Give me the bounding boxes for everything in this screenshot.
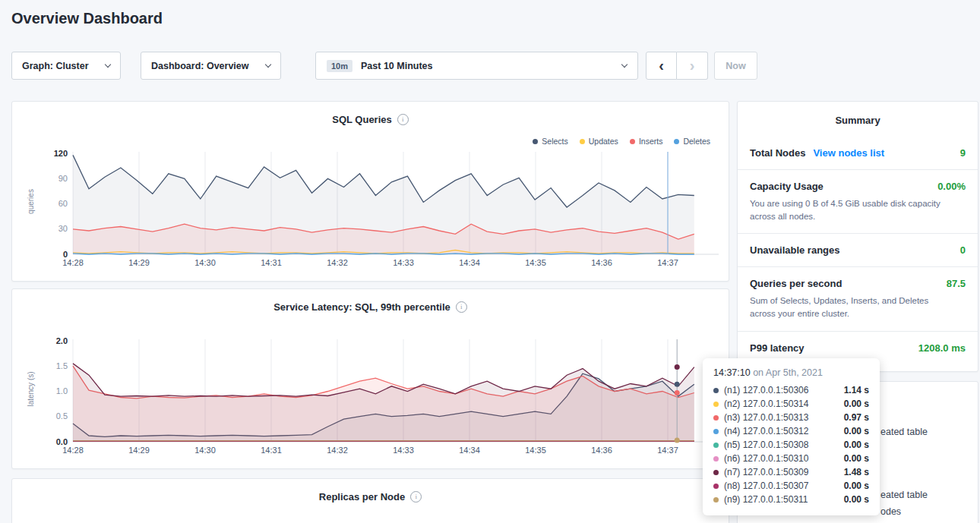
event-text-fragment: eated table: [880, 427, 928, 437]
time-range-label: Past 10 Minutes: [361, 61, 432, 71]
svg-text:0.5: 0.5: [56, 411, 68, 421]
tooltip-node-label: (n1) 127.0.0.1:50306: [724, 385, 808, 395]
chart-title: SQL Queries i: [12, 102, 729, 125]
svg-text:14:29: 14:29: [128, 446, 150, 455]
tooltip-row: (n6) 127.0.0.1:503100.00 s: [713, 452, 869, 465]
summary-value: 9: [960, 147, 966, 159]
series-dot-icon: [713, 497, 719, 503]
tooltip-node-label: (n6) 127.0.0.1:50310: [724, 453, 808, 464]
summary-row-queries-per-second: Queries per second 87.5 Sum of Selects, …: [738, 267, 978, 331]
tooltip-node-value: 0.00 s: [844, 453, 869, 464]
view-nodes-list-link[interactable]: View nodes list: [813, 147, 884, 159]
dashboard-selector-dropdown[interactable]: Dashboard: Overview: [141, 52, 281, 80]
series-dot-icon: [713, 443, 719, 448]
legend-dot-icon: [630, 139, 635, 144]
svg-text:30: 30: [58, 224, 68, 233]
summary-subtext: Sum of Selects, Updates, Inserts, and De…: [750, 295, 966, 320]
summary-row-capacity-usage: Capacity Usage 0.00% You are using 0 B o…: [738, 170, 978, 234]
tooltip-node-value: 1.48 s: [844, 467, 869, 477]
tooltip-node-value: 1.14 s: [844, 385, 869, 395]
summary-label: Queries per second: [750, 278, 842, 289]
service-latency-chart[interactable]: 14:2814:2914:3014:3114:3214:3314:3414:35…: [35, 332, 722, 460]
summary-row-total-nodes: Total Nodes View nodes list 9: [738, 137, 978, 170]
legend-dot-icon: [674, 139, 679, 144]
chevron-right-icon: ›: [690, 57, 695, 74]
tooltip-node-label: (n2) 127.0.0.1:50314: [724, 399, 808, 409]
info-icon[interactable]: i: [410, 491, 422, 503]
series-dot-icon: [713, 415, 719, 421]
sql-queries-chart-panel: SQL Queries i SelectsUpdatesInsertsDelet…: [11, 101, 729, 282]
time-range-selector[interactable]: 10m Past 10 Minutes: [315, 52, 638, 80]
service-latency-plot[interactable]: 14:2814:2914:3014:3114:3214:3314:3414:35…: [35, 332, 722, 457]
svg-text:14:33: 14:33: [393, 258, 414, 267]
tooltip-node-value: 0.00 s: [844, 440, 869, 450]
tooltip-node-value: 0.97 s: [844, 412, 869, 423]
event-text-fragment: odes: [880, 506, 901, 517]
series-dot-icon: [713, 402, 719, 407]
tooltip-row: (n4) 127.0.0.1:503120.00 s: [713, 424, 869, 438]
svg-text:1.5: 1.5: [56, 361, 68, 370]
svg-text:14:35: 14:35: [525, 446, 546, 455]
tooltip-node-label: (n9) 127.0.0.1:50311: [724, 494, 808, 505]
svg-text:14:35: 14:35: [525, 258, 546, 267]
svg-text:14:32: 14:32: [327, 258, 348, 267]
summary-value: 87.5: [947, 278, 966, 289]
tooltip-node-value: 0.00 s: [844, 480, 869, 491]
tooltip-row: (n9) 127.0.0.1:503110.00 s: [713, 493, 869, 506]
time-forward-button[interactable]: ›: [677, 52, 708, 80]
summary-value: 0.00%: [937, 181, 966, 192]
svg-text:90: 90: [58, 174, 68, 183]
tooltip-row: (n8) 127.0.0.1:503070.00 s: [713, 479, 869, 493]
svg-text:0: 0: [63, 250, 68, 259]
info-icon[interactable]: i: [397, 114, 409, 125]
svg-text:2.0: 2.0: [56, 336, 68, 345]
svg-text:60: 60: [58, 199, 68, 208]
tooltip-node-value: 0.00 s: [844, 494, 869, 505]
tooltip-rows: (n1) 127.0.0.1:503061.14 s(n2) 127.0.0.1…: [713, 383, 869, 506]
summary-value: 0: [960, 244, 966, 256]
tooltip-time: 14:37:10: [713, 367, 751, 378]
chevron-down-icon: [265, 61, 271, 68]
series-dot-icon: [713, 429, 719, 434]
chart-title-text: Service Latency: SQL, 99th percentile: [273, 301, 450, 313]
svg-text:14:31: 14:31: [261, 446, 282, 455]
tooltip-node-label: (n3) 127.0.0.1:50313: [724, 412, 808, 423]
tooltip-row: (n1) 127.0.0.1:503061.14 s: [713, 383, 869, 397]
svg-text:14:30: 14:30: [194, 446, 216, 455]
tooltip-node-value: 0.00 s: [844, 426, 869, 436]
summary-label: Unavailable ranges: [750, 244, 840, 256]
svg-text:14:34: 14:34: [459, 258, 480, 267]
graph-selector-dropdown[interactable]: Graph: Cluster: [11, 52, 121, 80]
svg-text:14:32: 14:32: [327, 446, 348, 455]
chart-title: Replicas per Node i: [12, 479, 729, 503]
summary-label: Total Nodes: [750, 147, 805, 159]
legend-dot-icon: [533, 139, 538, 144]
tooltip-row: (n7) 127.0.0.1:503091.48 s: [713, 465, 869, 479]
page-title: Overview Dashboard: [11, 10, 163, 27]
tooltip-title: 14:37:10 on Apr 5th, 2021: [713, 367, 869, 378]
svg-text:14:30: 14:30: [194, 258, 216, 267]
tooltip-node-label: (n8) 127.0.0.1:50307: [724, 480, 808, 491]
sql-queries-plot[interactable]: 14:2814:2914:3014:3114:3214:3314:3414:35…: [35, 144, 722, 269]
summary-subtext: You are using 0 B of 4.5 GiB usable disk…: [750, 197, 966, 222]
svg-text:14:36: 14:36: [591, 258, 612, 267]
svg-text:14:36: 14:36: [591, 446, 612, 455]
svg-text:14:28: 14:28: [62, 258, 84, 267]
tooltip-node-value: 0.00 s: [844, 399, 869, 409]
legend-dot-icon: [580, 139, 585, 144]
series-dot-icon: [713, 456, 719, 462]
svg-text:0.0: 0.0: [56, 437, 68, 446]
y-axis-label: latency (s): [27, 351, 35, 427]
sql-queries-chart[interactable]: 14:2814:2914:3014:3114:3214:3314:3414:35…: [35, 144, 722, 273]
svg-text:14:37: 14:37: [657, 258, 678, 267]
replicas-per-node-chart-panel: Replicas per Node i: [11, 478, 729, 523]
series-dot-icon: [713, 388, 719, 393]
chart-hover-tooltip: 14:37:10 on Apr 5th, 2021 (n1) 127.0.0.1…: [703, 358, 880, 515]
chevron-left-icon: ‹: [659, 57, 664, 74]
chart-title-text: SQL Queries: [332, 114, 392, 125]
series-dot-icon: [713, 484, 719, 489]
time-back-button[interactable]: ‹: [646, 52, 677, 80]
svg-text:14:37: 14:37: [657, 446, 678, 455]
info-icon[interactable]: i: [456, 301, 467, 313]
now-button[interactable]: Now: [714, 52, 757, 80]
